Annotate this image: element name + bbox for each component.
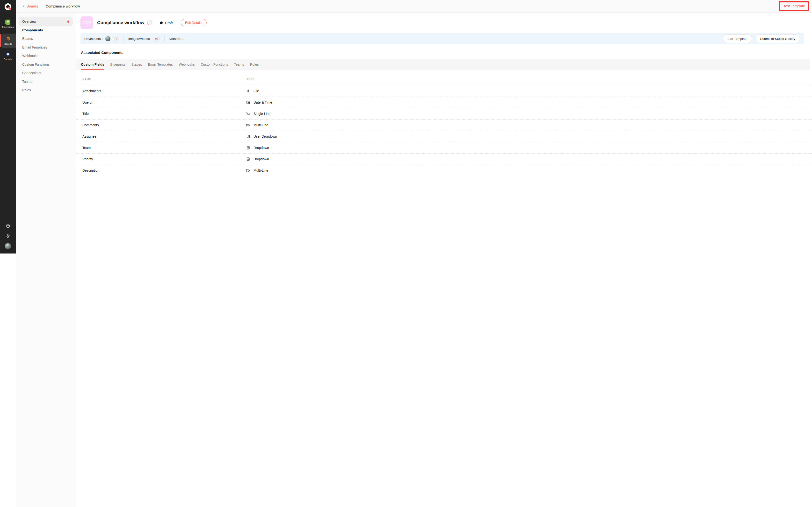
add-media-button[interactable] <box>154 36 160 42</box>
status-dot-icon <box>160 21 163 24</box>
custom-fields-table: AttachmentsFileDue onDate & TimeTitleSin… <box>76 85 406 253</box>
field-type: Dropdown <box>246 142 269 153</box>
field-type-label: File <box>254 89 259 93</box>
field-type: Date & Time <box>246 97 272 108</box>
calendar-clock-icon <box>246 100 250 105</box>
table-row[interactable]: PriorityDropdown <box>76 153 406 165</box>
add-developer-button[interactable] <box>113 36 119 42</box>
user-dropdown-icon <box>246 134 250 138</box>
table-row[interactable]: TeamDropdown <box>76 142 406 153</box>
components-tabs: Custom FieldsBlueprintsStagesEmail Templ… <box>76 59 406 70</box>
sidebar-item-webhooks[interactable]: Webhooks <box>16 52 75 60</box>
field-name: Due on <box>83 101 93 104</box>
developers-label: Developers : <box>84 37 103 41</box>
divider <box>176 19 177 26</box>
tab-teams[interactable]: Teams <box>234 59 244 70</box>
dropdown-icon <box>246 157 250 161</box>
sidebar-item-overview[interactable]: Overview <box>18 17 73 26</box>
tab-blueprints[interactable]: Blueprints <box>110 59 125 70</box>
page-header: CW Compliance workflow ! Draft Edit Deta… <box>81 16 207 29</box>
breadcrumb-separator: | <box>41 4 42 8</box>
sidebar-item-components[interactable]: Components <box>16 26 75 35</box>
status-badge: Draft <box>160 21 173 25</box>
breadcrumb-back[interactable]: ‹ Boards <box>23 4 38 8</box>
divider <box>123 35 124 42</box>
info-icon[interactable]: ! <box>147 20 152 25</box>
rail-item-label: Circuits <box>4 58 12 60</box>
table-row[interactable]: CommentsMulti-Line <box>76 119 406 131</box>
sidebar-item-boards[interactable]: Boards <box>16 35 75 43</box>
table-row[interactable]: Due onDate & Time <box>76 97 406 108</box>
field-name: Title <box>83 112 89 116</box>
multi-line-icon <box>246 123 250 127</box>
tab-custom-functions[interactable]: Custom Functions <box>201 59 228 70</box>
sidebar-item-email-templates[interactable]: Email Templates <box>16 43 75 52</box>
table-header: NAME TYPE <box>76 70 406 85</box>
q-logo-icon <box>3 2 12 11</box>
field-type-label: Dropdown <box>254 157 269 161</box>
board-avatar: CW <box>81 16 93 29</box>
rail-item-label: Boards <box>4 43 12 45</box>
table-row[interactable]: DescriptionMulti-Line <box>76 165 406 176</box>
dropdown-icon <box>246 146 250 150</box>
column-header-name: NAME <box>83 78 91 80</box>
column-header-type: TYPE <box>247 78 254 80</box>
field-type: User Dropdown <box>246 131 277 142</box>
table-row[interactable]: TitleSingle-Line <box>76 108 406 119</box>
sidebar-menu: ComponentsBoardsEmail TemplatesWebhooksC… <box>16 26 75 95</box>
field-type: Multi-Line <box>246 165 268 176</box>
table-row[interactable]: AssigneeUser Dropdown <box>76 131 406 142</box>
version-label: Version: 1 <box>169 37 184 41</box>
add-user-icon <box>114 37 118 41</box>
rail-item-label: Extensions <box>2 25 13 28</box>
tab-custom-fields[interactable]: Custom Fields <box>81 59 104 70</box>
field-type: Dropdown <box>246 154 269 165</box>
tab-roles[interactable]: Roles <box>250 59 259 70</box>
field-type: Multi-Line <box>246 119 268 131</box>
field-name: Comments <box>83 123 99 127</box>
add-image-icon <box>155 37 158 41</box>
sidebar-item-connections[interactable]: Connections <box>16 69 75 77</box>
qntrl-logo[interactable] <box>0 2 16 11</box>
page-title: Compliance workflow <box>97 20 144 25</box>
sidebar-item-teams[interactable]: Teams <box>16 77 75 86</box>
field-type: Single-Line <box>246 108 270 119</box>
rail-nav: ExtensionsBoardsCircuits <box>0 11 16 62</box>
developer-avatar[interactable] <box>105 36 111 42</box>
field-type-label: User Dropdown <box>254 134 277 138</box>
tab-stages[interactable]: Stages <box>132 59 142 70</box>
table-row[interactable]: AttachmentsFile <box>76 85 406 97</box>
main-content: CW Compliance workflow ! Draft Edit Deta… <box>76 13 406 253</box>
field-name: Description <box>83 169 99 172</box>
field-name: Assignee <box>83 134 96 138</box>
topbar: ‹ Boards | Compliance workflow Test Temp… <box>16 0 406 12</box>
field-name: Priority <box>83 157 93 161</box>
field-name: Attachments <box>83 89 101 93</box>
field-type-label: Multi-Line <box>254 169 268 172</box>
boards-icon <box>6 36 11 42</box>
paperclip-icon <box>246 89 250 93</box>
field-type-label: Single-Line <box>254 112 270 116</box>
sidebar-item-label: Overview <box>22 19 36 23</box>
extensions-icon <box>5 19 11 24</box>
back-chevron-icon: ‹ <box>23 4 24 8</box>
tab-webhooks[interactable]: Webhooks <box>179 59 195 70</box>
help-icon[interactable] <box>6 223 10 228</box>
field-type-label: Date & Time <box>254 101 272 104</box>
rail-item-boards[interactable]: Boards <box>1 34 16 48</box>
breadcrumb-current: Compliance workflow <box>46 4 80 8</box>
sidebar-item-custom-functions[interactable]: Custom Functions <box>16 60 75 69</box>
user-avatar[interactable] <box>5 243 11 249</box>
rail-item-circuits[interactable]: Circuits <box>0 49 16 62</box>
rail-item-extensions[interactable]: Extensions <box>0 17 16 31</box>
invite-user-icon[interactable] <box>6 233 10 238</box>
field-type: File <box>246 85 259 97</box>
field-type-label: Multi-Line <box>254 123 268 127</box>
associated-components-title: Associated Components <box>81 50 123 55</box>
sidebar-item-roles[interactable]: Roles <box>16 86 75 95</box>
template-infobar: Developers : Images/Videos : Version: 1 … <box>81 33 406 44</box>
tab-email-templates[interactable]: Email Templates <box>148 59 172 70</box>
edit-details-button[interactable]: Edit Details <box>181 19 207 26</box>
field-name: Team <box>83 146 91 150</box>
images-videos-label: Images/Videos : <box>128 37 152 41</box>
